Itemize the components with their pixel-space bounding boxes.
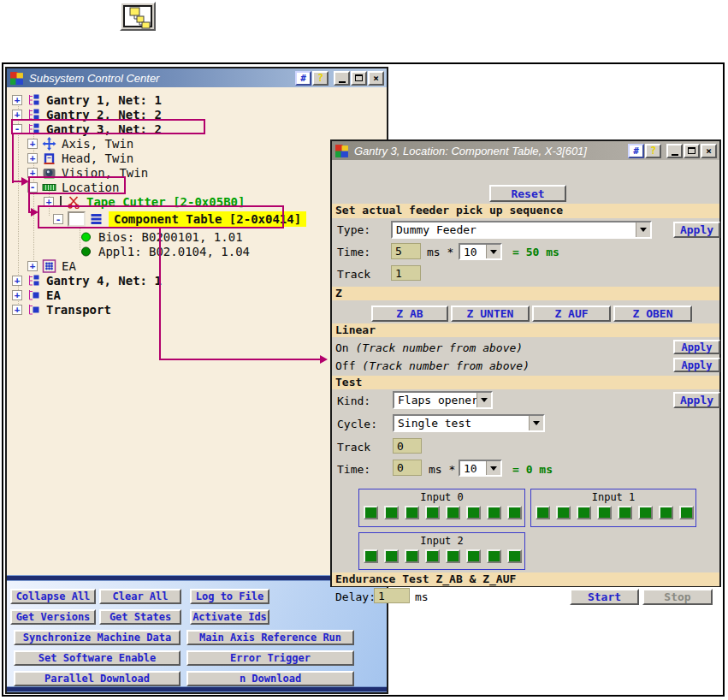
track-value-field[interactable]: 1 (391, 265, 421, 281)
synchronize-machine-data-button[interactable]: Synchronize Machine Data (14, 630, 181, 645)
chevron-down-icon[interactable] (636, 222, 650, 237)
help-button[interactable]: ? (312, 71, 328, 86)
led-indicator (618, 506, 632, 519)
get-versions-button[interactable]: Get Versions (10, 609, 96, 625)
input-group-label: Input 0 (359, 491, 524, 503)
expand-icon[interactable]: + (12, 110, 22, 120)
tree-item-gantry1[interactable]: +Gantry 1, Net: 1 (12, 92, 387, 107)
collapse-icon[interactable]: - (12, 124, 22, 134)
time-multiplier-combobox[interactable]: 10 (459, 243, 502, 260)
head-icon (42, 151, 56, 165)
kind-combobox[interactable]: Flaps opener (393, 391, 493, 409)
led-indicator (466, 549, 481, 563)
activate-ids-button[interactable]: Activate Ids (190, 609, 269, 625)
led-indicator (487, 549, 501, 563)
parallel-download-button[interactable]: Parallel Download (14, 671, 181, 686)
cycle-combobox[interactable]: Single test (393, 414, 545, 432)
n-download-button[interactable]: n Download (186, 671, 354, 686)
expand-icon[interactable]: + (27, 168, 38, 178)
collapse-icon[interactable]: - (27, 182, 38, 193)
error-trigger-button[interactable]: Error Trigger (186, 650, 354, 666)
clear-all-button[interactable]: Clear All (99, 589, 181, 604)
collapse-icon[interactable]: - (53, 214, 63, 224)
start-button[interactable]: Start (570, 589, 639, 605)
maximize-button[interactable] (684, 144, 700, 158)
gantry-icon (27, 122, 41, 136)
led-indicator (384, 549, 399, 563)
test-result-label: = 0 ms (512, 463, 553, 476)
expand-icon[interactable]: + (27, 153, 38, 163)
led-row (359, 506, 524, 519)
link-button[interactable]: # (295, 71, 311, 86)
led-indicator (384, 506, 399, 519)
expand-icon[interactable]: + (27, 139, 38, 149)
time-value-field[interactable]: 5 (391, 243, 421, 259)
minimize-button[interactable] (666, 144, 683, 158)
gantry-window-client: Reset Set actual feeder pick up sequence… (332, 160, 719, 585)
log-to-file-button[interactable]: Log to File (190, 589, 269, 604)
expand-icon[interactable]: + (44, 197, 54, 207)
input-group-1: Input 1 (530, 489, 696, 527)
collapse-all-button[interactable]: Collapse All (10, 589, 96, 604)
led-row (531, 506, 695, 519)
tree-item-gantry2[interactable]: +Gantry 2, Net: 2 (12, 107, 387, 122)
type-label: Type: (337, 223, 370, 236)
apply-off-button[interactable]: Apply (673, 358, 720, 372)
tree-item-label: EA (46, 288, 61, 302)
z-ab-button[interactable]: Z AB (371, 306, 448, 322)
led-indicator (446, 549, 460, 563)
stop-button[interactable]: Stop (642, 589, 713, 605)
apply-test-button[interactable]: Apply (673, 392, 720, 408)
test-time-field[interactable]: 0 (393, 460, 422, 476)
close-button[interactable]: × (368, 71, 384, 86)
delay-value-field[interactable]: 1 (374, 588, 410, 603)
reset-button[interactable]: Reset (489, 185, 566, 202)
apply-on-button[interactable]: Apply (673, 340, 720, 354)
type-combobox[interactable]: Dummy Feeder (391, 221, 652, 239)
expand-icon[interactable]: + (27, 261, 38, 271)
tree-item-label: Vision, Twin (62, 166, 148, 180)
chevron-down-icon[interactable] (529, 416, 543, 430)
tree-item-label: Gantry 1, Net: 1 (46, 93, 162, 107)
ms-star-label: ms * (429, 463, 455, 476)
minimize-button[interactable] (334, 71, 350, 86)
expand-icon[interactable]: + (12, 276, 22, 286)
close-button[interactable]: × (701, 144, 717, 158)
right-window-titlebar[interactable]: Gantry 3, Location: Component Table, X-3… (332, 141, 719, 160)
input-group-label: Input 2 (359, 535, 524, 547)
tree-item-label: Component Table [2-0x0414] (109, 211, 306, 227)
help-button[interactable]: ? (645, 144, 661, 158)
left-window-titlebar[interactable]: Subsystem Control Center # ? × (7, 68, 387, 87)
tree-item-label: Gantry 4, Net: 1 (46, 274, 162, 288)
led-indicator (446, 506, 460, 519)
expand-icon[interactable]: + (12, 290, 22, 300)
cascade-button[interactable] (120, 2, 156, 31)
apply-type-button[interactable]: Apply (673, 222, 720, 238)
led-indicator (679, 506, 694, 519)
led-indicator (487, 506, 501, 519)
chevron-down-icon[interactable] (486, 245, 500, 258)
test-track-field[interactable]: 0 (393, 438, 422, 454)
led-indicator (507, 549, 522, 563)
test-multiplier-value: 10 (460, 461, 486, 475)
main-axis-reference-run-button[interactable]: Main Axis Reference Run (186, 630, 354, 645)
set-software-enable-button[interactable]: Set Software Enable (14, 650, 181, 666)
chevron-down-icon[interactable] (486, 461, 500, 475)
chevron-down-icon[interactable] (476, 393, 491, 407)
app-icon (9, 71, 24, 85)
led-indicator (405, 506, 419, 519)
z-auf-button[interactable]: Z AUF (532, 306, 611, 322)
led-indicator (556, 506, 571, 519)
selection-checkbox[interactable] (68, 211, 86, 227)
maximize-button[interactable] (351, 71, 367, 86)
link-button[interactable]: # (628, 144, 644, 158)
get-states-button[interactable]: Get States (99, 609, 181, 625)
expand-icon[interactable]: + (12, 95, 22, 105)
z-oben-button[interactable]: Z OBEN (613, 306, 692, 322)
minimize-icon (339, 81, 346, 83)
expand-icon[interactable]: + (12, 305, 22, 315)
screenshot-stage: Subsystem Control Center # ? × +Gantry 1… (0, 0, 728, 700)
tree-item-gantry3[interactable]: -Gantry 3, Net: 2 (12, 122, 387, 136)
z-unten-button[interactable]: Z UNTEN (451, 306, 530, 322)
test-multiplier-combobox[interactable]: 10 (459, 460, 502, 477)
